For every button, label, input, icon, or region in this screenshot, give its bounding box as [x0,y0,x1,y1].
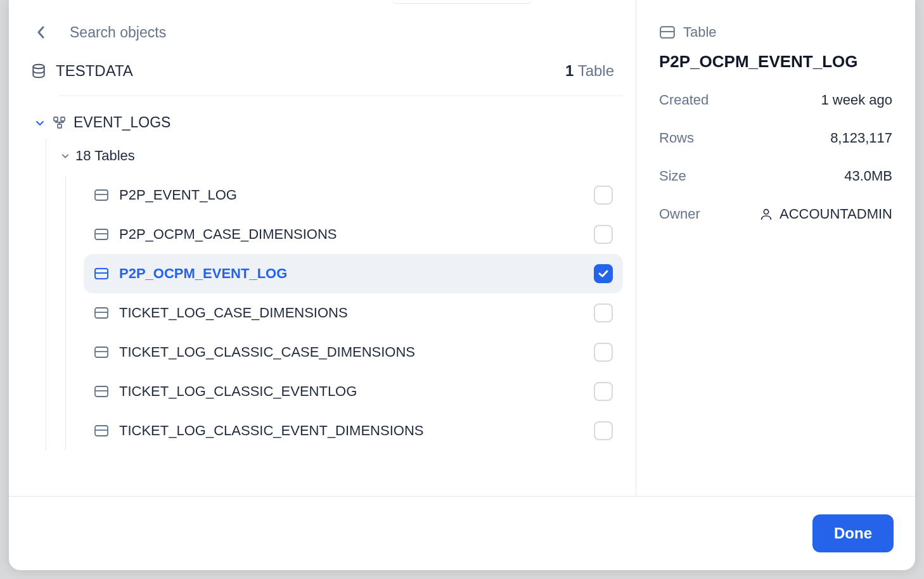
database-icon [30,63,47,79]
table-checkbox[interactable] [594,186,613,205]
meta-value: 43.0MB [844,168,892,184]
meta-value: 8,123,117 [830,130,892,146]
svg-rect-16 [95,426,108,436]
done-button[interactable]: Done [812,514,894,552]
tables-group-label: 18 Tables [75,148,135,164]
meta-value: ACCOUNTADMIN [759,206,892,222]
meta-label: Created [659,92,709,108]
table-item[interactable]: P2P_OCPM_EVENT_LOG [84,254,623,293]
chevron-left-icon [36,25,46,40]
table-icon [94,267,109,280]
meta-row-size: Size 43.0MB [659,162,892,191]
table-checkbox[interactable] [594,343,613,362]
table-icon [659,25,676,39]
table-checkbox[interactable] [594,225,613,244]
table-icon [94,189,109,201]
table-name: TICKET_LOG_CLASSIC_EVENTLOG [119,383,584,400]
table-checkbox[interactable] [594,264,613,283]
table-item[interactable]: TICKET_LOG_CLASSIC_CASE_DIMENSIONS [84,333,623,372]
table-icon [94,346,109,359]
table-checkbox[interactable] [594,382,613,401]
selection-count-noun: Table [578,62,614,79]
svg-rect-14 [95,386,108,397]
truncated-row [58,95,623,99]
svg-point-20 [764,210,768,214]
database-name: TESTDATA [56,62,133,80]
table-name: P2P_OCPM_CASE_DIMENSIONS [119,226,584,243]
object-title: P2P_OCPM_EVENT_LOG [659,52,892,72]
tables-list: P2P_EVENT_LOG P2P_OCPM_CASE_DIMENSIONS [65,175,623,450]
table-name: TICKET_LOG_CASE_DIMENSIONS [119,305,584,321]
table-icon [94,307,109,319]
details-pane: Table P2P_OCPM_EVENT_LOG Created 1 week … [636,0,915,496]
svg-point-0 [33,65,44,69]
dialog-footer: Done [9,496,915,570]
table-name: TICKET_LOG_CLASSIC_EVENT_DIMENSIONS [119,423,584,439]
meta-value: 1 week ago [821,92,892,108]
svg-rect-4 [95,190,108,200]
svg-rect-10 [95,308,108,318]
meta-row-created: Created 1 week ago [659,86,892,115]
meta-label: Rows [659,130,694,146]
tree-scroll[interactable]: EVENT_LOGS 18 Tables [9,95,636,496]
object-kind-label: Table [683,24,717,41]
svg-rect-2 [61,117,65,121]
object-tree: EVENT_LOGS 18 Tables [9,95,636,450]
table-checkbox[interactable] [594,303,613,322]
table-item[interactable]: P2P_OCPM_CASE_DIMENSIONS [84,215,623,254]
schema-children: 18 Tables P2P_EVENT_LOG [46,139,623,450]
chevron-down-icon [34,117,46,129]
table-item[interactable]: P2P_EVENT_LOG [84,175,623,215]
svg-rect-3 [58,124,61,128]
app-window: Search objects TESTDATA 1 Table [0,0,924,579]
meta-label: Owner [659,206,700,222]
browser-pane: Search objects TESTDATA 1 Table [9,0,636,496]
svg-rect-12 [95,347,108,357]
svg-rect-1 [54,117,58,121]
selection-count: 1 Table [565,62,614,80]
database-row: TESTDATA 1 Table [9,56,636,95]
schema-row[interactable]: EVENT_LOGS [30,108,623,139]
chevron-down-icon [60,151,70,161]
table-item[interactable]: TICKET_LOG_CASE_DIMENSIONS [84,293,623,333]
table-icon [94,424,109,437]
table-item[interactable]: TICKET_LOG_CLASSIC_EVENT_DIMENSIONS [84,411,623,450]
table-name: P2P_EVENT_LOG [119,187,584,203]
table-name: P2P_OCPM_EVENT_LOG [119,265,584,282]
meta-row-owner: Owner ACCOUNTADMIN [659,200,892,229]
search-input[interactable]: Search objects [70,24,614,41]
dialog-body: Search objects TESTDATA 1 Table [9,0,915,496]
user-icon [759,207,773,221]
owner-name: ACCOUNTADMIN [780,206,892,222]
database-label: TESTDATA [30,62,133,80]
meta-label: Size [659,168,686,184]
header-row: Search objects [9,0,636,56]
object-kind-row: Table [659,24,892,41]
table-icon [94,385,109,398]
schema-icon [52,115,67,130]
object-browser-dialog: Search objects TESTDATA 1 Table [9,0,915,570]
back-button[interactable] [30,22,52,43]
selection-count-number: 1 [565,62,574,79]
table-item[interactable]: TICKET_LOG_CLASSIC_EVENTLOG [84,372,623,411]
schema-name: EVENT_LOGS [74,114,170,131]
table-name: TICKET_LOG_CLASSIC_CASE_DIMENSIONS [119,344,584,360]
meta-row-rows: Rows 8,123,117 [659,124,892,153]
table-checkbox[interactable] [594,421,613,440]
tables-group-row[interactable]: 18 Tables [58,139,623,175]
table-icon [94,228,109,241]
dialog-handle [392,0,532,4]
svg-rect-18 [660,27,674,37]
svg-rect-6 [95,229,108,239]
